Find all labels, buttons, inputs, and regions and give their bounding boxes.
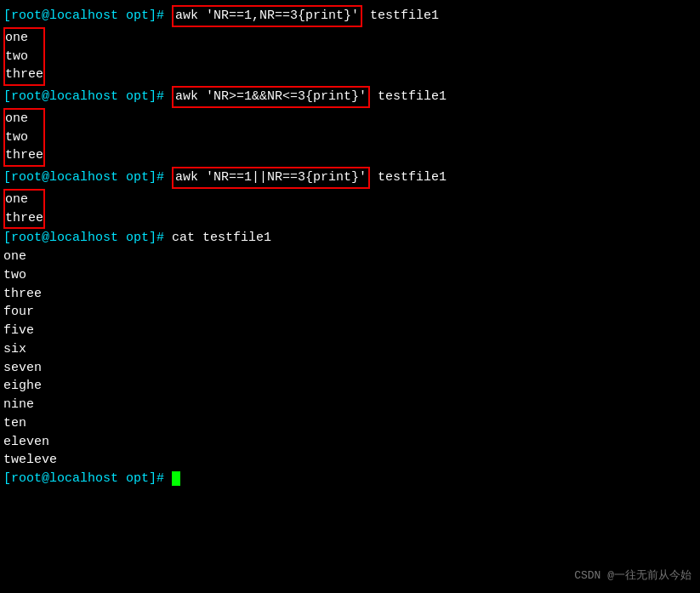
- file-line-10: ten: [3, 414, 697, 433]
- cmd-after-3: testfile1: [370, 168, 447, 187]
- file-line-8: eighe: [3, 377, 697, 396]
- prompt-3: [root@localhost opt]#: [3, 168, 164, 187]
- output-3-2: three: [5, 209, 43, 228]
- cmd-box-1: awk 'NR==1,NR==3{print}': [172, 5, 362, 27]
- final-space: [164, 470, 172, 488]
- cmd-space-3: [164, 168, 172, 187]
- cmd-after-2: testfile1: [370, 88, 447, 106]
- output-block-3: one three: [3, 189, 45, 230]
- file-line-7: seven: [3, 359, 697, 378]
- final-prompt-line: [root@localhost opt]#: [3, 470, 697, 488]
- cmd-cat: cat testfile1: [164, 229, 271, 248]
- file-line-9: nine: [3, 396, 697, 414]
- command-line-2: [root@localhost opt]# awk 'NR>=1&&NR<=3{…: [3, 86, 697, 108]
- cmd-box-2: awk 'NR>=1&&NR<=3{print}': [172, 86, 370, 108]
- cursor: [172, 471, 180, 486]
- output-2-1: one: [5, 110, 43, 128]
- cmd-space-2: [164, 88, 172, 106]
- file-line-3: three: [3, 285, 697, 304]
- cmd-after-1: testfile1: [362, 7, 439, 26]
- cmd-box-3: awk 'NR==1||NR==3{print}': [172, 167, 370, 189]
- cmd-space-1: [164, 7, 172, 26]
- output-block-2: one two three: [3, 108, 45, 167]
- file-line-2: two: [3, 266, 697, 285]
- file-line-1: one: [3, 248, 697, 266]
- watermark: CSDN @一往无前从今始: [574, 568, 691, 584]
- prompt-2: [root@localhost opt]#: [3, 88, 164, 106]
- output-1-3: three: [5, 66, 43, 84]
- output-block-1: one two three: [3, 27, 45, 86]
- terminal: [root@localhost opt]# awk 'NR==1,NR==3{p…: [0, 0, 700, 593]
- output-2-2: two: [5, 128, 43, 147]
- file-line-4: four: [3, 303, 697, 322]
- file-line-11: eleven: [3, 433, 697, 452]
- file-line-5: five: [3, 322, 697, 340]
- output-1-2: two: [5, 48, 43, 66]
- command-line-4: [root@localhost opt]# cat testfile1: [3, 229, 697, 248]
- prompt-1: [root@localhost opt]#: [3, 7, 164, 26]
- prompt-4: [root@localhost opt]#: [3, 229, 164, 248]
- file-line-12: tweleve: [3, 451, 697, 470]
- command-line-3: [root@localhost opt]# awk 'NR==1||NR==3{…: [3, 167, 697, 189]
- final-prompt: [root@localhost opt]#: [3, 470, 164, 488]
- output-3-1: one: [5, 191, 43, 209]
- file-line-6: six: [3, 340, 697, 359]
- output-2-3: three: [5, 146, 43, 165]
- command-line-1: [root@localhost opt]# awk 'NR==1,NR==3{p…: [3, 5, 697, 27]
- output-1-1: one: [5, 29, 43, 48]
- output-plain: one two three four five six seven eighe …: [3, 248, 697, 470]
